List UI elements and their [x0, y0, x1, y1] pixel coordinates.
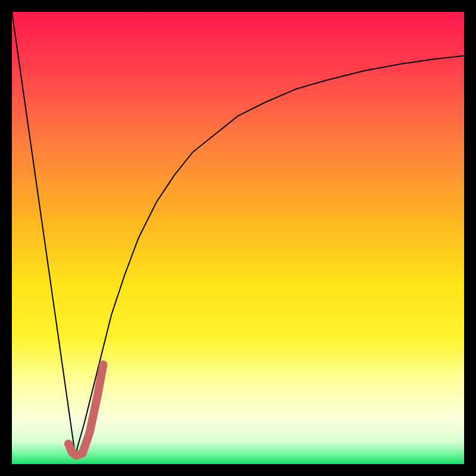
gradient-background: [12, 12, 464, 464]
bottleneck-chart: [12, 12, 464, 464]
chart-frame: TheBottleneck.com: [12, 12, 464, 476]
